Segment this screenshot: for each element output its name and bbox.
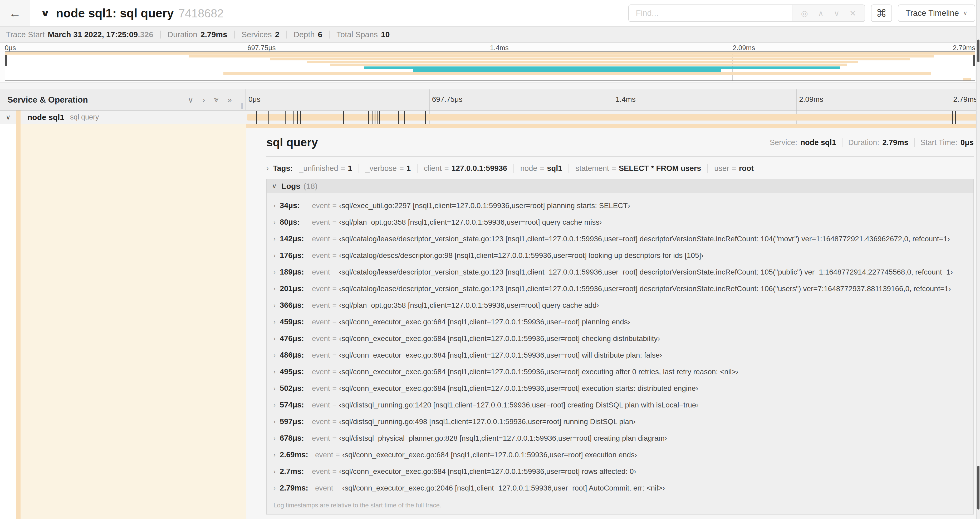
trace-collapse-chevron-icon[interactable]: ∨	[40, 8, 50, 19]
expand-chevron-icon: ›	[274, 302, 275, 309]
log-row[interactable]: ›486μs:event=‹sql/conn_executor_exec.go:…	[269, 347, 974, 363]
equals: =	[332, 318, 337, 326]
trace-stats-bar: Trace Start March 31 2022, 17:25:09.326 …	[0, 26, 980, 43]
stat-label: Depth	[293, 30, 315, 39]
scrollbar-thumb[interactable]	[977, 466, 980, 509]
minimap-left-scrub-handle[interactable]	[5, 55, 7, 65]
expand-chevron-icon: ›	[274, 434, 275, 442]
log-key: event	[312, 318, 330, 326]
find-target-icon[interactable]: ◎	[801, 9, 808, 18]
span-row-name-column[interactable]: ∨ node sql1 sql query	[0, 110, 246, 124]
collapse-one-icon[interactable]: ∨	[188, 95, 193, 104]
equals: =	[332, 434, 337, 442]
log-row[interactable]: ›2.69ms:event=‹sql/conn_executor_exec.go…	[269, 447, 974, 463]
log-row[interactable]: ›574μs:event=‹sql/distsql_running.go:142…	[269, 397, 974, 413]
back-button[interactable]: ←	[0, 0, 30, 26]
divider	[914, 138, 915, 147]
log-row[interactable]: ›142μs:event=‹sql/catalog/lease/descript…	[269, 230, 974, 247]
log-key: event	[312, 367, 330, 376]
equals: =	[332, 467, 337, 476]
equals: =	[332, 268, 337, 276]
stat-label: Services	[242, 30, 272, 39]
minimap-canvas[interactable]	[5, 51, 975, 81]
span-row-timeline[interactable]	[246, 110, 980, 124]
log-timestamp: 366μs:	[280, 301, 305, 310]
log-value: ‹sql/distsql_physical_planner.go:828 [ns…	[339, 434, 667, 442]
chevron-down-icon: ∨	[963, 10, 967, 17]
span-color-accent	[16, 124, 21, 519]
log-value: ‹sql/conn_executor_exec.go:684 [nsql1,cl…	[339, 318, 630, 326]
trace-view-select[interactable]: Trace Timeline ∨	[898, 5, 975, 22]
log-timestamp: 486μs:	[280, 351, 305, 359]
find-clear-icon[interactable]: ✕	[850, 9, 856, 18]
expand-all-icon[interactable]: »	[228, 95, 232, 104]
log-row[interactable]: ›366μs:event=‹sql/plan_opt.go:358 [nsql1…	[269, 297, 974, 313]
span-bar-markers	[247, 110, 978, 124]
log-row[interactable]: ›502μs:event=‹sql/conn_executor_exec.go:…	[269, 380, 974, 397]
log-value: ‹sql/conn_executor_exec.go:684 [nsql1,cl…	[342, 451, 637, 459]
equals: =	[332, 384, 337, 393]
log-key: event	[315, 451, 333, 459]
find-input[interactable]	[629, 5, 792, 21]
expand-chevron-icon: ›	[274, 368, 275, 375]
log-marker	[293, 111, 294, 124]
logs-header[interactable]: ∨ Logs (18)	[267, 179, 974, 193]
find-next-icon[interactable]: ∨	[834, 9, 840, 18]
log-value: ‹sql/distsql_running.go:498 [nsql1,clien…	[339, 417, 636, 426]
tick-label: 1.4ms	[490, 44, 509, 52]
log-row[interactable]: ›2.7ms:event=‹sql/conn_executor_exec.go:…	[269, 463, 974, 480]
expand-chevron-icon: ›	[274, 418, 275, 425]
tag-value: 1	[406, 164, 411, 173]
tick-label: 2.09ms	[733, 44, 755, 52]
log-row[interactable]: ›201μs:event=‹sql/catalog/lease/descript…	[269, 280, 974, 297]
log-marker	[952, 111, 953, 124]
tags-accordion[interactable]: › Tags: _unfinished=1 _verbose=1 client=…	[266, 164, 974, 173]
log-marker	[375, 111, 375, 124]
gridline	[613, 89, 613, 110]
log-key: event	[312, 301, 330, 310]
expand-one-icon[interactable]: ›	[202, 95, 205, 104]
minimap-span	[364, 67, 840, 69]
page-title: node sql1: sql query7418682	[56, 6, 224, 20]
top-bar-actions: ◎ ∧ ∨ ✕ ⌘ Trace Timeline ∨	[628, 5, 975, 22]
minimap-span	[963, 78, 971, 81]
log-timestamp: 574μs:	[280, 401, 305, 409]
minimap-right-scrub-handle[interactable]	[973, 55, 975, 65]
keyboard-shortcuts-button[interactable]: ⌘	[871, 5, 892, 22]
expand-chevron-icon: ›	[274, 335, 275, 342]
equals: =	[341, 164, 345, 173]
timeline-column-header: Service & Operation ∨ › ⩔ » ∥ 0μs 697.75…	[0, 89, 980, 110]
collapse-all-icon[interactable]: ⩔	[214, 95, 218, 104]
scrollbar-thumb[interactable]	[977, 40, 980, 62]
tick-label: 2.79ms	[953, 44, 975, 52]
log-row[interactable]: ›678μs:event=‹sql/distsql_physical_plann…	[269, 430, 974, 447]
column-resizer-grip[interactable]: ∥	[240, 102, 243, 109]
expand-chevron-icon: ›	[274, 484, 275, 492]
find-suffix: ◎ ∧ ∨ ✕	[792, 5, 864, 21]
log-marker	[368, 111, 369, 124]
equals: =	[332, 367, 337, 376]
log-row[interactable]: ›597μs:event=‹sql/distsql_running.go:498…	[269, 413, 974, 430]
log-row[interactable]: ›459μs:event=‹sql/conn_executor_exec.go:…	[269, 313, 974, 330]
log-row[interactable]: ›189μs:event=‹sql/catalog/lease/descript…	[269, 264, 974, 280]
span-detail-content: sql query Service: node sql1 Duration: 2…	[246, 128, 980, 519]
log-row[interactable]: ›176μs:event=‹sql/catalog/descs/descript…	[269, 247, 974, 264]
log-row[interactable]: ›495μs:event=‹sql/conn_executor_exec.go:…	[269, 363, 974, 380]
trace-minimap: 0μs 697.75μs 1.4ms 2.09ms 2.79ms	[0, 43, 980, 82]
expand-chevron-icon: ›	[274, 318, 275, 326]
find-prev-icon[interactable]: ∧	[818, 9, 824, 18]
log-timestamp: 80μs:	[280, 218, 305, 227]
minimap-span	[270, 58, 910, 61]
divider	[329, 30, 329, 38]
overview-label: Start Time:	[921, 138, 957, 147]
log-marker	[372, 111, 373, 124]
log-row[interactable]: ›80μs:event=‹sql/plan_opt.go:358 [nsql1,…	[269, 214, 974, 230]
log-row[interactable]: ›2.79ms:event=‹sql/conn_executor_exec.go…	[269, 480, 974, 496]
log-row[interactable]: ›34μs:event=‹sql/exec_util.go:2297 [nsql…	[269, 197, 974, 214]
span-collapse-chevron-icon[interactable]: ∨	[0, 113, 16, 121]
log-key: event	[312, 384, 330, 393]
log-row[interactable]: ›476μs:event=‹sql/conn_executor_exec.go:…	[269, 330, 974, 347]
stat-value: 2	[275, 30, 280, 39]
vertical-scrollbar[interactable]	[976, 0, 980, 519]
log-timestamp: 495μs:	[280, 367, 305, 376]
